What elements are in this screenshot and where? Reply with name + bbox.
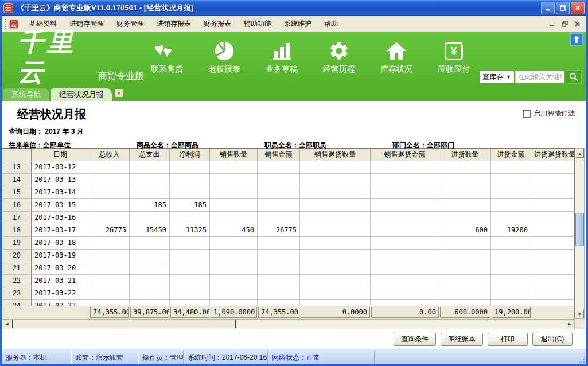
value-cell[interactable] [89, 275, 130, 287]
value-cell[interactable] [89, 174, 130, 186]
value-cell[interactable] [371, 224, 439, 237]
value-cell[interactable] [89, 262, 130, 275]
value-cell[interactable] [300, 237, 371, 250]
mdi-restore-icon[interactable] [560, 20, 569, 28]
toolbar-button[interactable]: 库存状况 [373, 39, 419, 87]
value-cell[interactable] [491, 300, 531, 306]
value-cell[interactable] [210, 250, 258, 262]
value-cell[interactable]: 15450 [130, 224, 170, 237]
footer-button[interactable]: 打印 [488, 333, 528, 346]
column-header[interactable]: 日期 [32, 149, 89, 161]
value-cell[interactable] [371, 275, 439, 287]
value-cell[interactable] [170, 161, 210, 174]
value-cell[interactable] [531, 237, 574, 250]
close-button[interactable] [571, 2, 585, 14]
value-cell[interactable] [210, 275, 258, 287]
value-cell[interactable] [89, 199, 130, 212]
scroll-up-icon[interactable]: ▲ [575, 149, 584, 158]
value-cell[interactable] [170, 287, 210, 300]
horizontal-scroll-thumb[interactable] [12, 320, 236, 328]
value-cell[interactable] [371, 199, 439, 212]
value-cell[interactable] [89, 186, 130, 199]
date-cell[interactable]: 2017-03-19 [32, 250, 89, 262]
value-cell[interactable]: 19200 [491, 224, 531, 237]
value-cell[interactable] [258, 262, 300, 275]
footer-button[interactable]: 明细账本 [441, 333, 483, 346]
value-cell[interactable] [130, 300, 170, 306]
value-cell[interactable] [439, 275, 491, 287]
value-cell[interactable]: 185 [130, 199, 170, 212]
search-input[interactable] [515, 71, 564, 83]
column-header[interactable]: 进货退货数量 [531, 149, 574, 161]
scroll-right-icon[interactable]: ▶ [565, 320, 574, 328]
value-cell[interactable] [300, 186, 371, 199]
value-cell[interactable] [130, 250, 170, 262]
value-cell[interactable] [130, 237, 170, 250]
value-cell[interactable] [531, 262, 574, 275]
mdi-close-icon[interactable] [573, 20, 582, 28]
footer-button[interactable]: 退出(C) [532, 333, 573, 346]
value-cell[interactable] [491, 212, 531, 224]
value-cell[interactable] [439, 262, 491, 275]
toolbar-button[interactable]: 老板报表 [201, 39, 247, 87]
value-cell[interactable]: 600 [439, 224, 491, 237]
column-header[interactable]: 总支出 [130, 149, 170, 161]
value-cell[interactable] [491, 199, 531, 212]
value-cell[interactable] [439, 161, 491, 174]
value-cell[interactable] [531, 250, 574, 262]
value-cell[interactable] [531, 287, 574, 300]
value-cell[interactable] [170, 212, 210, 224]
value-cell[interactable] [439, 212, 491, 224]
value-cell[interactable] [170, 186, 210, 199]
value-cell[interactable] [371, 287, 439, 300]
value-cell[interactable] [300, 287, 371, 300]
value-cell[interactable] [258, 250, 300, 262]
value-cell[interactable] [210, 174, 258, 186]
value-cell[interactable] [300, 224, 371, 237]
value-cell[interactable] [531, 212, 574, 224]
value-cell[interactable] [371, 300, 439, 306]
value-cell[interactable] [491, 275, 531, 287]
value-cell[interactable] [300, 199, 371, 212]
toolbar-button[interactable]: ¥应收应付 [431, 39, 477, 87]
value-cell[interactable] [439, 174, 491, 186]
value-cell[interactable] [439, 186, 491, 199]
date-cell[interactable]: 2017-03-14 [32, 186, 89, 199]
value-cell[interactable] [371, 212, 439, 224]
value-cell[interactable] [371, 186, 439, 199]
menu-item[interactable]: 财务管理 [110, 17, 150, 31]
smart-filter-checkbox[interactable] [523, 110, 531, 118]
value-cell[interactable] [371, 237, 439, 250]
value-cell[interactable] [170, 275, 210, 287]
maximize-button[interactable] [556, 2, 570, 14]
value-cell[interactable] [210, 212, 258, 224]
close-tab-icon[interactable]: × [115, 89, 123, 98]
value-cell[interactable]: 26775 [89, 224, 130, 237]
value-cell[interactable] [210, 287, 258, 300]
value-cell[interactable] [491, 262, 531, 275]
date-cell[interactable]: 2017-03-17 [32, 224, 89, 237]
menu-item[interactable]: 系统维护 [278, 17, 318, 31]
value-cell[interactable] [89, 250, 130, 262]
value-cell[interactable] [210, 262, 258, 275]
column-header[interactable]: 销售金额 [258, 149, 300, 161]
column-header[interactable]: 销售数量 [210, 149, 258, 161]
value-cell[interactable] [130, 275, 170, 287]
value-cell[interactable] [258, 237, 300, 250]
menu-item[interactable]: 财务报表 [197, 17, 237, 31]
skin-theme-button[interactable] [570, 33, 583, 46]
column-header[interactable]: 进货金额 [491, 149, 531, 161]
menu-item[interactable]: 辅助功能 [237, 17, 278, 31]
column-header[interactable]: 销售退货数量 [300, 149, 371, 161]
value-cell[interactable] [258, 186, 300, 199]
value-cell[interactable]: 11325 [170, 224, 210, 237]
value-cell[interactable] [531, 199, 574, 212]
column-header[interactable]: 总收入 [89, 149, 130, 161]
value-cell[interactable] [300, 161, 371, 174]
value-cell[interactable] [258, 275, 300, 287]
value-cell[interactable] [258, 161, 300, 174]
value-cell[interactable] [300, 212, 371, 224]
value-cell[interactable] [531, 174, 574, 186]
value-cell[interactable] [130, 262, 170, 275]
tab-active[interactable]: 经营状况月报 [51, 88, 112, 101]
